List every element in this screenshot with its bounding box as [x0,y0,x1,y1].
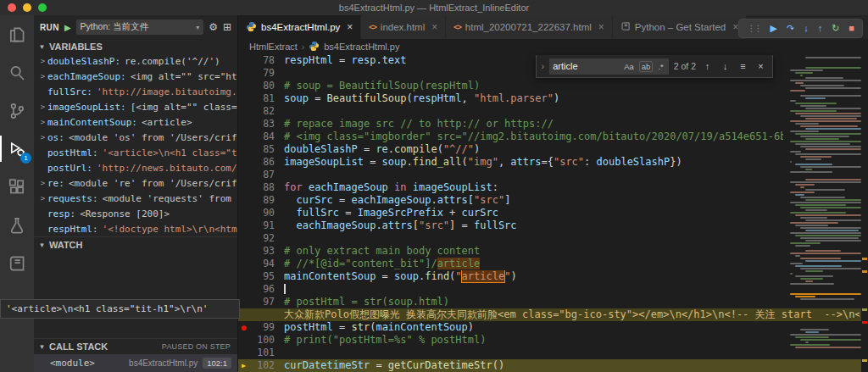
glyph-margin[interactable] [238,92,249,105]
code-text[interactable]: # soup = BeautifulSoup(respHtml) [275,80,783,92]
variable-row[interactable]: >doubleSlashP:re.compile('^//') [34,53,237,69]
step-into-button[interactable]: ↓ [804,24,809,33]
execution-pointer-icon[interactable]: ▶ [238,359,249,372]
glyph-margin[interactable] [238,181,249,194]
line-number[interactable]: 101 [249,347,275,359]
glyph-margin[interactable] [238,143,249,156]
code-line[interactable]: 85doubleSlashP = re.compile("^//") [238,143,868,156]
glyph-margin[interactable] [238,67,249,80]
line-number[interactable]: 99 [249,321,275,334]
glyph-margin[interactable] [238,156,249,169]
glyph-margin[interactable] [238,105,249,118]
code-text[interactable]: # print("postHtml=%s" % postHtml) [275,334,783,347]
code-text[interactable]: for eachImageSoup in imageSoupList: [275,181,783,194]
code-text[interactable]: curDatetimeStr = getCurDatetimeStr() [275,359,783,372]
watch-section-header[interactable]: ▾ WATCH [34,236,237,252]
twisty-icon[interactable]: > [38,133,47,142]
find-close-button[interactable]: × [754,61,767,71]
code-line[interactable]: 92 [238,232,868,245]
continue-button[interactable]: ▶ [770,24,776,33]
match-case-button[interactable]: Aa [622,62,636,71]
line-number[interactable]: 84 [249,130,275,143]
step-over-button[interactable]: ↷ [787,24,794,33]
variable-row[interactable]: resp:<Response [200]> [34,206,237,221]
code-line[interactable]: 82 [238,105,868,118]
line-number[interactable]: 90 [249,207,275,219]
find-in-selection-button[interactable]: ≡ [737,61,749,71]
glyph-margin[interactable] [238,54,249,67]
code-line[interactable]: 88for eachImageSoup in imageSoupList: [238,181,868,194]
activitybar-explorer[interactable] [0,15,34,53]
code-line[interactable]: 81soup = BeautifulSoup(respHtml, "html.p… [238,92,868,105]
code-line[interactable]: 101 [238,347,868,359]
line-number[interactable]: 96 [249,283,275,296]
variable-row[interactable]: >requests:<module 'requests' from '/ [34,191,237,206]
code-text[interactable] [275,105,783,118]
regex-button[interactable]: .* [656,62,665,71]
glyph-margin[interactable] [238,283,249,296]
code-text[interactable]: soup = BeautifulSoup(respHtml, "html.par… [275,92,783,105]
maximize-window-button[interactable] [38,3,47,12]
line-number[interactable]: 88 [249,181,275,194]
code-line[interactable]: 93# only extract main body content [238,245,868,258]
activitybar-extensions[interactable] [0,168,34,206]
code-text[interactable]: # <img class="imgborder" src="//img2.bit… [275,130,783,143]
debug-config-dropdown[interactable]: Python: 当前文件 ▾ [76,19,204,35]
close-window-button[interactable] [8,3,16,12]
code-line[interactable]: 83# repace image src // to http:// or ht… [238,118,868,130]
variable-row[interactable]: >mainContentSoup:<article> [34,114,237,130]
glyph-margin[interactable] [238,334,249,347]
line-number[interactable]: 89 [249,194,275,207]
code-text[interactable]: eachImageSoup.attrs["src"] = fullSrc [275,219,783,232]
line-number[interactable]: 95 [249,270,275,283]
step-out-button[interactable]: ↑ [818,24,823,33]
code-line[interactable]: 94# //*[@id="content_bit"]/article [238,258,868,270]
variable-row[interactable]: >eachImageSoup:<img alt="" src="htt [34,69,237,84]
code-line[interactable]: 96 [238,283,868,296]
code-text[interactable]: curSrc = eachImageSoup.attrs["src"] [275,194,783,207]
tab-close-icon[interactable]: × [431,21,437,33]
find-toggle-replace-icon[interactable]: › [542,61,545,71]
breadcrumb-folder[interactable]: HtmlExtract [249,42,298,52]
glyph-margin[interactable] [238,232,249,245]
activitybar-run-debug[interactable]: 1 [0,130,34,168]
line-number[interactable]: 92 [249,232,275,245]
variable-row[interactable]: >imageSoupList:[<img alt="" class="s [34,99,237,114]
code-line[interactable]: 80# soup = BeautifulSoup(respHtml) [238,80,868,92]
line-number[interactable] [249,308,275,321]
glyph-margin[interactable] [238,258,249,270]
gear-icon[interactable]: ⚙ [209,21,218,33]
line-number[interactable]: 100 [249,334,275,347]
minimize-window-button[interactable] [23,3,31,12]
code-line[interactable]: 90 fullSrc = ImageSrcPrefix + curSrc [238,207,868,219]
tab-python-get-started[interactable]: Python – Get Started× [613,15,747,39]
line-number[interactable]: 81 [249,92,275,105]
code-line[interactable]: 95mainContentSoup = soup.find("article") [238,270,868,283]
code-line[interactable]: 84# <img class="imgborder" src="//img2.b… [238,130,868,143]
code-text[interactable]: imageSoupList = soup.find_all("img", att… [275,156,783,169]
drag-grip-icon[interactable]: ⋮⋮ [747,24,760,33]
twisty-icon[interactable]: > [38,179,47,187]
glyph-margin[interactable] [238,80,249,92]
line-number[interactable]: 82 [249,105,275,118]
twisty-icon[interactable]: > [38,72,47,81]
debug-console-icon[interactable]: ⊞ [223,21,231,33]
line-number[interactable]: 102 [249,359,275,372]
find-input[interactable] [553,61,619,71]
code-text[interactable]: # postHtml = str(soup.html) [275,296,783,308]
breakpoint-icon[interactable]: ● [238,321,249,334]
variable-row[interactable]: >re:<module 're' from '/Users/crifan [34,175,237,191]
minimap[interactable] [787,54,861,372]
code-line[interactable]: ●99postHtml = str(mainContentSoup) [238,321,868,334]
breadcrumb-file[interactable]: bs4ExtractHtml.py [324,42,399,52]
glyph-margin[interactable] [238,347,249,359]
glyph-margin[interactable] [238,130,249,143]
line-number[interactable]: 85 [249,143,275,156]
twisty-icon[interactable]: > [38,118,47,126]
glyph-margin[interactable] [238,169,249,181]
tab-close-icon[interactable]: × [732,21,738,33]
code-text[interactable]: mainContentSoup = soup.find("article") [275,270,783,283]
tab-index-html[interactable]: <>index.html× [361,15,446,39]
tab-bs4extracthtml-py[interactable]: bs4ExtractHtml.py× [238,15,361,39]
variable-row[interactable]: postUrl:'http://news.bitauto.com/xi [34,160,237,175]
